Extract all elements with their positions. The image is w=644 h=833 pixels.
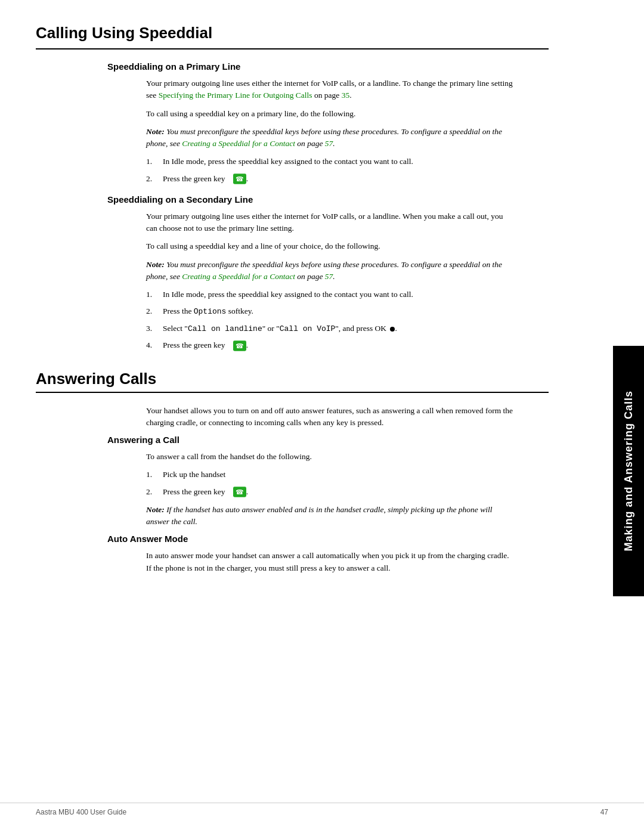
subsection-auto-answer: Auto Answer Mode In auto answer mode you… [36, 534, 549, 574]
answering-calls-title: Answering Calls [36, 370, 549, 388]
primary-para-2: To call using a speeddial key on a prima… [146, 108, 516, 120]
answering-calls-section: Answering Calls Your handset allows you … [36, 370, 549, 574]
side-tab: Making and Answering Calls [613, 346, 644, 596]
answering-intro: Your handset allows you to turn on and o… [146, 405, 516, 429]
link-specifying-primary[interactable]: Specifying the Primary Line for Outgoing… [159, 91, 312, 100]
main-content: Calling Using Speeddial Speeddialing on … [0, 0, 584, 833]
link-page-57-2[interactable]: 57 [325, 272, 333, 281]
green-phone-icon-1: ☎ [233, 174, 246, 184]
green-phone-icon-2: ☎ [233, 340, 246, 351]
section-secondary-line: Speeddialing on a Secondary Line Your pr… [36, 194, 549, 352]
secondary-list: 1. In Idle mode, press the speeddial key… [146, 289, 516, 352]
ok-bullet [390, 327, 395, 332]
secondary-list-item-3: 3. Select "Call on landline" or "Call on… [146, 323, 516, 335]
link-creating-speeddial-2[interactable]: Creating a Speeddial for a Contact [182, 272, 295, 281]
footer-right: 47 [600, 808, 608, 816]
auto-answer-heading: Auto Answer Mode [107, 534, 549, 544]
link-page-57-1[interactable]: 57 [325, 139, 333, 148]
green-phone-icon-3: ☎ [233, 487, 246, 497]
answering-call-list: 1. Pick up the handset 2. Press the gree… [146, 469, 516, 498]
page: Calling Using Speeddial Speeddialing on … [0, 0, 644, 833]
secondary-note: Note: You must preconfigure the speeddia… [146, 259, 516, 283]
answering-call-body: To answer a call from the handset do the… [146, 451, 516, 528]
secondary-line-body: Your primary outgoing line uses either t… [146, 210, 516, 352]
chapter-title: Calling Using Speeddial [36, 24, 549, 49]
primary-para-1: Your primary outgoing line uses either t… [146, 78, 516, 102]
answering-list-item-1: 1. Pick up the handset [146, 469, 516, 481]
primary-list-item-1: 1. In Idle mode, press the speeddial key… [146, 156, 516, 168]
subsection-answering-a-call: Answering a Call To answer a call from t… [36, 435, 549, 528]
answering-title-rule [36, 392, 549, 393]
call-on-landline-label: Call on landline [188, 324, 262, 333]
link-creating-speeddial-1[interactable]: Creating a Speeddial for a Contact [182, 139, 295, 148]
answering-call-intro: To answer a call from the handset do the… [146, 451, 516, 463]
secondary-list-item-2: 2. Press the Options softkey. [146, 305, 516, 318]
svg-text:☎: ☎ [236, 175, 244, 182]
primary-line-body: Your primary outgoing line uses either t… [146, 78, 516, 185]
section-heading-secondary: Speeddialing on a Secondary Line [107, 194, 549, 205]
answering-intro-text: Your handset allows you to turn on and o… [146, 405, 516, 429]
primary-note: Note: You must preconfigure the speeddia… [146, 126, 516, 150]
svg-text:☎: ☎ [236, 488, 244, 496]
link-page-35[interactable]: 35 [342, 91, 350, 100]
answering-call-heading: Answering a Call [107, 435, 549, 445]
answering-list-item-2: 2. Press the green key ☎ . [146, 486, 516, 498]
primary-list: 1. In Idle mode, press the speeddial key… [146, 156, 516, 185]
answering-note: Note: If the handset has auto answer ena… [146, 504, 516, 528]
side-tab-text: Making and Answering Calls [623, 391, 635, 551]
primary-list-item-2: 2. Press the green key ☎ . [146, 173, 516, 185]
auto-answer-text: In auto answer mode your handset can ans… [146, 550, 516, 574]
title-rule [36, 48, 549, 49]
auto-answer-body: In auto answer mode your handset can ans… [146, 550, 516, 574]
secondary-list-item-4: 4. Press the green key ☎ . [146, 339, 516, 351]
svg-text:☎: ☎ [236, 342, 244, 349]
call-on-voip-label: Call on VoIP [280, 324, 336, 333]
secondary-para-1: Your primary outgoing line uses either t… [146, 210, 516, 235]
options-softkey-label: Options [194, 307, 227, 316]
secondary-para-2: To call using a speeddial key and a line… [146, 240, 516, 252]
section-primary-line: Speeddialing on a Primary Line Your prim… [36, 61, 549, 185]
footer-left: Aastra MBU 400 User Guide [36, 808, 126, 816]
footer: Aastra MBU 400 User Guide 47 [0, 803, 644, 816]
section-heading-primary: Speeddialing on a Primary Line [107, 61, 549, 72]
secondary-list-item-1: 1. In Idle mode, press the speeddial key… [146, 289, 516, 301]
